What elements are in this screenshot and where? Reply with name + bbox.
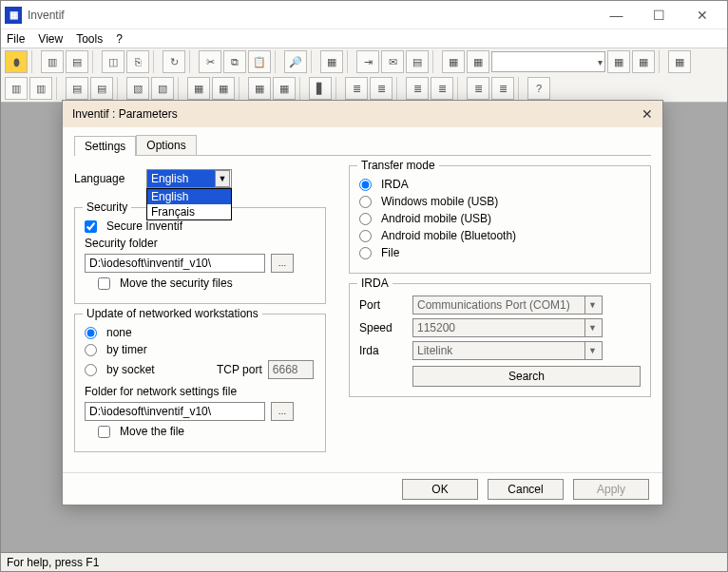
tcp-port-label: TCP port <box>217 363 262 376</box>
transfer-irda-label: IRDA <box>381 178 409 191</box>
toolbar-button[interactable]: ≣ <box>370 77 393 100</box>
transfer-android-bt-radio[interactable] <box>359 230 372 242</box>
paste-icon[interactable]: 📋 <box>248 50 271 73</box>
toolbar-button[interactable]: ▦ <box>320 50 343 73</box>
toolbar-button[interactable]: ▋ <box>309 77 332 100</box>
toolbar-button[interactable]: ▦ <box>442 50 465 73</box>
toolbar-button[interactable]: ▥ <box>41 50 64 73</box>
move-network-file-checkbox[interactable] <box>98 426 110 438</box>
close-button[interactable]: ✕ <box>680 2 723 29</box>
language-dropdown-list: English Français <box>146 188 232 220</box>
language-option-english[interactable]: English <box>147 189 231 204</box>
menubar: File View Tools ? <box>1 29 727 48</box>
security-folder-input[interactable] <box>85 254 265 273</box>
toolbar-button[interactable]: ◫ <box>102 50 125 73</box>
network-folder-input[interactable] <box>85 402 265 421</box>
help-icon[interactable]: ? <box>527 77 550 100</box>
update-group: Update of networked workstations none by… <box>74 314 326 452</box>
minimize-button[interactable]: — <box>595 2 638 29</box>
mdi-area: Inventif : Parameters ✕ Settings Options… <box>1 103 727 552</box>
toolbar-button[interactable]: ≣ <box>345 77 368 100</box>
language-option-francais[interactable]: Français <box>147 204 231 219</box>
tab-options[interactable]: Options <box>136 135 196 155</box>
transfer-irda-radio[interactable] <box>359 179 372 191</box>
cut-icon[interactable]: ✂ <box>199 50 221 73</box>
security-folder-browse[interactable]: … <box>271 254 294 273</box>
toolbar-button[interactable]: ▦ <box>668 50 691 73</box>
toolbar-button[interactable]: ▤ <box>66 50 88 73</box>
chevron-down-icon: ▼ <box>584 342 600 359</box>
irda-type-dropdown[interactable]: Litelink ▼ <box>412 341 603 360</box>
security-group: Security Secure Inventif Security folder… <box>74 207 326 304</box>
search-icon[interactable]: 🔎 <box>284 50 307 73</box>
toolbar-button[interactable]: ↻ <box>163 50 185 73</box>
toolbar-button[interactable]: ≣ <box>491 77 514 100</box>
chevron-down-icon[interactable]: ▼ <box>215 170 230 187</box>
toolbar-button[interactable]: ≣ <box>467 77 489 100</box>
irda-port-dropdown[interactable]: Communications Port (COM1) ▼ <box>412 296 603 315</box>
update-socket-radio[interactable] <box>85 364 97 376</box>
app-icon: ▦ <box>5 7 22 24</box>
copy-icon[interactable]: ⧉ <box>223 50 246 73</box>
menu-tools[interactable]: Tools <box>76 32 103 46</box>
network-folder-browse[interactable]: … <box>271 402 294 421</box>
tcp-port-input[interactable] <box>268 360 314 379</box>
parameters-dialog: Inventif : Parameters ✕ Settings Options… <box>62 100 663 505</box>
language-label: Language <box>74 172 141 185</box>
transfer-android-usb-label: Android mobile (USB) <box>381 212 491 225</box>
move-security-files-checkbox[interactable] <box>98 277 110 290</box>
toolbar-button[interactable]: ▦ <box>607 50 630 73</box>
toolbar-button[interactable]: ▧ <box>151 77 174 100</box>
chevron-down-icon: ▼ <box>584 319 600 336</box>
toolbar-button[interactable]: ⬮ <box>5 50 28 73</box>
toolbar-button[interactable]: ▤ <box>90 77 113 100</box>
language-dropdown[interactable]: English ▼ <box>146 169 232 188</box>
toolbar-button[interactable]: ▦ <box>632 50 655 73</box>
toolbar-button[interactable]: ▥ <box>5 77 28 100</box>
toolbar-button[interactable]: ▦ <box>467 50 489 73</box>
transfer-file-radio[interactable] <box>359 247 372 259</box>
toolbar-button[interactable]: ▤ <box>66 77 88 100</box>
maximize-button[interactable]: ☐ <box>638 2 680 29</box>
toolbar-button[interactable]: ⇥ <box>356 50 379 73</box>
toolbar-button[interactable]: ⎘ <box>126 50 149 73</box>
move-security-files-label: Move the security files <box>120 276 233 290</box>
irda-search-button[interactable]: Search <box>412 366 641 387</box>
irda-speed-value: 115200 <box>417 321 455 334</box>
ok-button[interactable]: OK <box>402 479 478 500</box>
toolbar-button[interactable]: ≣ <box>406 77 429 100</box>
transfer-android-usb-radio[interactable] <box>359 213 372 225</box>
dialog-titlebar: Inventif : Parameters ✕ <box>63 101 662 127</box>
irda-type-label: Irda <box>359 344 407 357</box>
transfer-mode-group: Transfer mode IRDA Windows mobile (USB) … <box>349 165 651 274</box>
toolbar-button[interactable]: ≣ <box>431 77 453 100</box>
mail-icon[interactable]: ✉ <box>381 50 404 73</box>
menu-help[interactable]: ? <box>116 32 123 46</box>
transfer-winmobile-radio[interactable] <box>359 196 372 208</box>
window-title: Inventif <box>28 9 595 22</box>
toolbar-button[interactable]: ▤ <box>406 50 429 73</box>
update-timer-radio[interactable] <box>85 344 97 356</box>
toolbar-button[interactable]: ▥ <box>29 77 52 100</box>
secure-inventif-checkbox[interactable] <box>85 220 97 233</box>
update-socket-label: by socket <box>106 363 182 376</box>
dialog-title: Inventif : Parameters <box>72 107 178 121</box>
menu-file[interactable]: File <box>7 32 25 46</box>
tab-settings[interactable]: Settings <box>74 136 136 156</box>
dialog-close-button[interactable]: ✕ <box>642 106 653 122</box>
update-none-radio[interactable] <box>85 327 97 339</box>
toolbar-button[interactable]: ▦ <box>248 77 271 100</box>
menu-view[interactable]: View <box>38 32 63 46</box>
toolbar-button[interactable]: ▦ <box>273 77 296 100</box>
apply-button[interactable]: Apply <box>573 479 649 500</box>
toolbar-button[interactable]: ▦ <box>212 77 235 100</box>
language-selected: English <box>147 170 215 187</box>
toolbar-combo[interactable] <box>491 51 605 72</box>
secure-inventif-label: Secure Inventif <box>106 219 182 233</box>
cancel-button[interactable]: Cancel <box>488 479 564 500</box>
toolbar-button[interactable]: ▧ <box>126 77 149 100</box>
toolbar-button[interactable]: ▦ <box>187 77 210 100</box>
window-titlebar: ▦ Inventif — ☐ ✕ <box>1 1 727 29</box>
irda-speed-dropdown[interactable]: 115200 ▼ <box>412 318 603 337</box>
transfer-mode-legend: Transfer mode <box>357 159 439 172</box>
